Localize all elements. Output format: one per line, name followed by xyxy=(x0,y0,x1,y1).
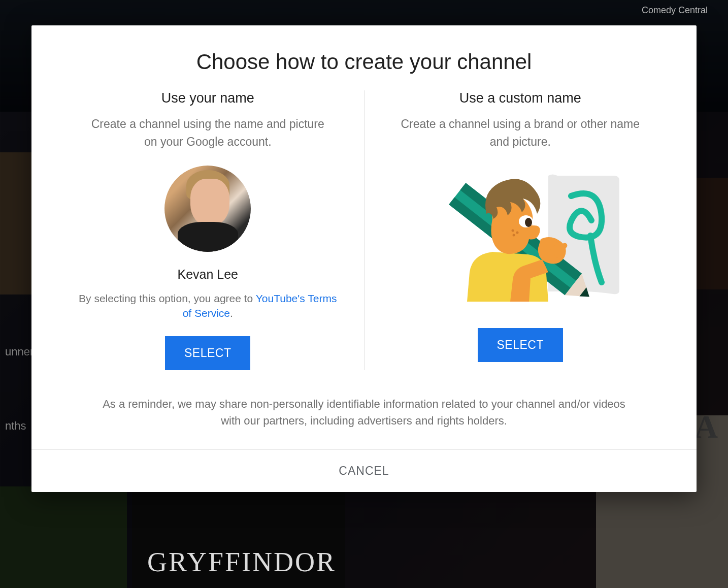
avatar xyxy=(164,166,251,252)
custom-name-illustration-icon xyxy=(421,166,619,303)
channel-options: Use your name Create a channel using the… xyxy=(31,90,697,385)
modal-footer: CANCEL xyxy=(31,449,697,492)
svg-point-8 xyxy=(516,232,518,234)
background-text: unner nths xyxy=(0,345,34,433)
create-channel-modal: Choose how to create your channel Use yo… xyxy=(31,25,697,492)
cancel-button[interactable]: CANCEL xyxy=(339,464,389,478)
select-personal-button[interactable]: SELECT xyxy=(165,336,250,370)
privacy-reminder: As a reminder, we may share non-personal… xyxy=(31,385,697,449)
background-label: Comedy Central xyxy=(642,5,708,16)
option-description: Create a channel using the name and pict… xyxy=(86,115,329,150)
terms-text: By selecting this option, you agree to Y… xyxy=(77,291,339,321)
select-custom-button[interactable]: SELECT xyxy=(478,328,563,362)
svg-point-9 xyxy=(512,234,515,237)
svg-point-6 xyxy=(525,218,532,227)
svg-point-7 xyxy=(511,230,514,232)
option-use-custom-name: Use a custom name Create a channel using… xyxy=(365,90,677,370)
user-name: Kevan Lee xyxy=(177,267,238,282)
option-title: Use a custom name xyxy=(459,90,581,106)
option-title: Use your name xyxy=(161,90,254,106)
background-text: GRYFFINDOR xyxy=(147,546,336,578)
modal-title: Choose how to create your channel xyxy=(31,25,697,90)
option-use-your-name: Use your name Create a channel using the… xyxy=(52,90,364,370)
option-description: Create a channel using a brand or other … xyxy=(399,115,642,150)
